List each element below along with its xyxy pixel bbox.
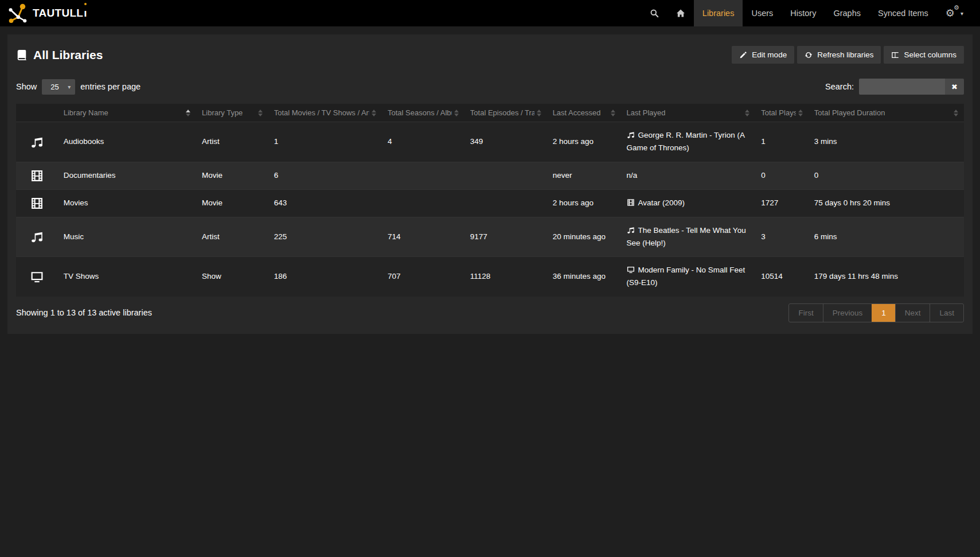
- music-icon: [30, 137, 44, 146]
- refresh-libraries-button[interactable]: Refresh libraries: [797, 46, 881, 64]
- music-icon: [627, 131, 635, 139]
- library-type-cell: Artist: [196, 122, 268, 162]
- total-played-duration-cell: 179 days 11 hrs 48 mins: [809, 257, 964, 297]
- pagination-previous[interactable]: Previous: [823, 304, 872, 322]
- column-header-total-movies[interactable]: Total Movies / TV Shows / Artists: [268, 104, 382, 122]
- total-plays-cell: 3: [755, 217, 809, 257]
- column-header-last-played[interactable]: Last Played: [621, 104, 756, 122]
- total-played-duration-cell: 0: [809, 162, 964, 189]
- table-footer: Showing 1 to 13 of 13 active libraries F…: [16, 303, 964, 322]
- last-played-text: Modern Family - No Small Feet (S9-E10): [627, 266, 745, 287]
- book-icon: [16, 49, 28, 61]
- all-libraries-panel: All Libraries Edit mode Refresh librarie…: [7, 34, 973, 334]
- film-icon: [30, 198, 44, 207]
- navbar: TAUTULLı Libraries Users History Graphs …: [0, 0, 980, 26]
- tv-icon: [30, 272, 44, 281]
- library-type-cell: Movie: [196, 162, 268, 189]
- brand-text: TAUTULLı: [33, 7, 87, 20]
- refresh-icon: [805, 51, 813, 59]
- pagination-next[interactable]: Next: [895, 304, 930, 322]
- last-played-text: Avatar (2009): [638, 198, 685, 207]
- total-episodes-cell: [464, 189, 547, 217]
- clear-x-icon: ✖: [951, 83, 958, 91]
- settings-dropdown[interactable]: ⚙⚙ ▾: [937, 0, 972, 26]
- last-played-cell: n/a: [621, 162, 756, 189]
- entries-label: entries per page: [80, 82, 140, 91]
- page-size-value: 25: [50, 83, 58, 91]
- library-name-cell[interactable]: TV Shows: [58, 257, 196, 297]
- page-size-select[interactable]: 25 ▾: [42, 79, 75, 95]
- total-plays-cell: 1727: [755, 189, 809, 217]
- last-played-cell[interactable]: George R. R. Martin - Tyrion (A Game of …: [621, 122, 756, 162]
- total-movies-cell: 643: [268, 189, 382, 217]
- nav-tab-history[interactable]: History: [782, 0, 825, 26]
- panel-header: All Libraries Edit mode Refresh librarie…: [16, 41, 964, 66]
- total-movies-cell: 225: [268, 217, 382, 257]
- column-header-total-seasons[interactable]: Total Seasons / Albums: [382, 104, 464, 122]
- film-icon: [627, 198, 635, 207]
- last-played-text: The Beatles - Tell Me What You See (Help…: [627, 226, 746, 247]
- tautulli-logo-icon: [6, 2, 28, 24]
- search-input[interactable]: [859, 79, 945, 95]
- nav-tab-users[interactable]: Users: [743, 0, 782, 26]
- brand[interactable]: TAUTULLı: [6, 0, 87, 26]
- total-seasons-cell: 707: [382, 257, 464, 297]
- column-header-total-plays[interactable]: Total Plays: [755, 104, 809, 122]
- last-played-cell[interactable]: The Beatles - Tell Me What You See (Help…: [621, 217, 756, 257]
- pagination-first[interactable]: First: [789, 304, 822, 322]
- library-type-cell: Show: [196, 257, 268, 297]
- table-row: Movies Movie 643 2 hours ago Avatar (200…: [16, 189, 964, 217]
- total-episodes-cell: 349: [464, 122, 547, 162]
- column-header-library-type[interactable]: Library Type: [196, 104, 268, 122]
- library-type-cell: Movie: [196, 189, 268, 217]
- table-row: Music Artist 225 714 9177 20 minutes ago…: [16, 217, 964, 257]
- pencil-icon: [739, 51, 747, 59]
- page-size-controls: Show 25 ▾ entries per page: [16, 79, 140, 95]
- sort-icon: [745, 110, 749, 116]
- music-icon: [30, 232, 44, 240]
- libraries-table: Library Name Library Type Total Movies /…: [16, 104, 964, 297]
- search-label: Search:: [825, 82, 854, 91]
- total-movies-cell: 1: [268, 122, 382, 162]
- library-name-cell[interactable]: Audiobooks: [58, 122, 196, 162]
- total-seasons-cell: [382, 162, 464, 189]
- library-name-cell[interactable]: Movies: [58, 189, 196, 217]
- total-movies-cell: 186: [268, 257, 382, 297]
- show-label: Show: [16, 82, 37, 91]
- last-accessed-cell: 2 hours ago: [547, 122, 621, 162]
- total-plays-cell: 0: [755, 162, 809, 189]
- table-row: TV Shows Show 186 707 11128 36 minutes a…: [16, 257, 964, 297]
- table-header-row: Library Name Library Type Total Movies /…: [16, 104, 964, 122]
- library-name-cell[interactable]: Music: [58, 217, 196, 257]
- last-played-cell[interactable]: Avatar (2009): [621, 189, 756, 217]
- nav-tab-libraries[interactable]: Libraries: [694, 0, 743, 26]
- nav-tab-synced-items[interactable]: Synced Items: [869, 0, 937, 26]
- total-played-duration-cell: 6 mins: [809, 217, 964, 257]
- last-played-cell[interactable]: Modern Family - No Small Feet (S9-E10): [621, 257, 756, 297]
- column-header-icon: [16, 104, 58, 122]
- edit-mode-button[interactable]: Edit mode: [732, 46, 794, 64]
- column-header-last-accessed[interactable]: Last Accessed: [547, 104, 621, 122]
- library-name-cell[interactable]: Documentaries: [58, 162, 196, 189]
- nav-tab-graphs[interactable]: Graphs: [825, 0, 869, 26]
- last-played-text: George R. R. Martin - Tyrion (A Game of …: [627, 131, 745, 152]
- pagination-last[interactable]: Last: [930, 304, 963, 322]
- column-header-library-name[interactable]: Library Name: [58, 104, 196, 122]
- pagination-page-1[interactable]: 1: [872, 304, 895, 322]
- last-accessed-cell: 2 hours ago: [547, 189, 621, 217]
- column-header-total-episodes[interactable]: Total Episodes / Tracks: [464, 104, 547, 122]
- navbar-home-button[interactable]: [667, 0, 694, 26]
- column-header-total-played-duration[interactable]: Total Played Duration: [809, 104, 964, 122]
- page-title: All Libraries: [16, 48, 103, 62]
- total-episodes-cell: 9177: [464, 217, 547, 257]
- navbar-search-button[interactable]: [641, 0, 667, 26]
- last-accessed-cell: 36 minutes ago: [547, 257, 621, 297]
- clear-search-button[interactable]: ✖: [945, 79, 964, 95]
- total-episodes-cell: 11128: [464, 257, 547, 297]
- settings-gears-icon: ⚙⚙: [946, 8, 955, 18]
- total-played-duration-cell: 75 days 0 hrs 20 mins: [809, 189, 964, 217]
- select-columns-button[interactable]: Select columns: [884, 46, 964, 64]
- tv-icon: [627, 266, 635, 274]
- search-controls: Search: ✖: [825, 79, 964, 95]
- pagination: First Previous 1 Next Last: [788, 303, 964, 322]
